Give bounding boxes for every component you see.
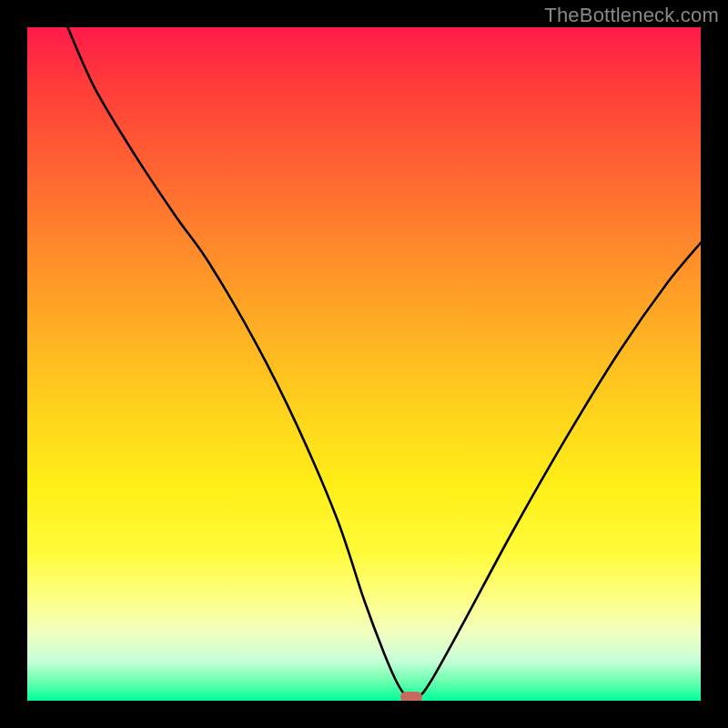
curve-svg — [27, 27, 701, 701]
bottleneck-curve-path — [67, 27, 701, 699]
watermark-text: TheBottleneck.com — [544, 4, 719, 27]
minimum-marker — [400, 692, 422, 701]
plot-area — [27, 27, 701, 701]
